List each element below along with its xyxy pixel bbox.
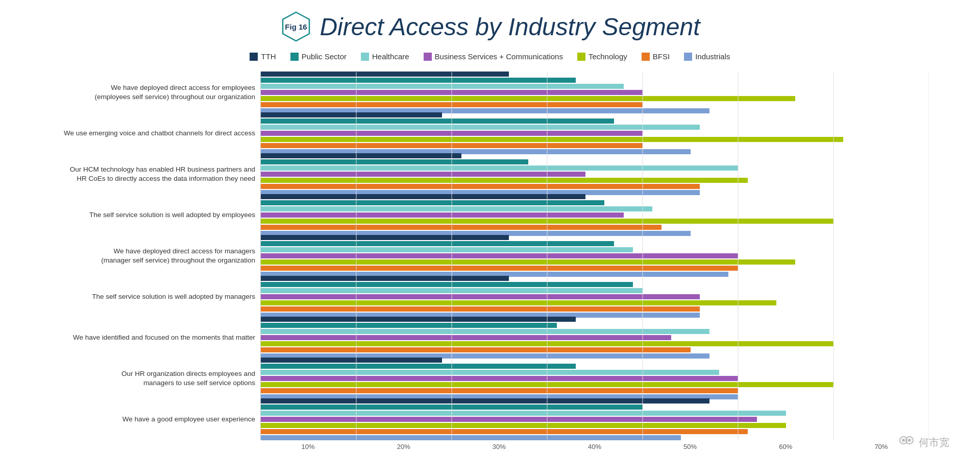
- bar: [261, 131, 643, 136]
- bar-row: [261, 341, 929, 346]
- bar: [261, 335, 671, 340]
- x-tick: 50%: [643, 443, 738, 450]
- bar-group: [261, 399, 929, 440]
- bar: [261, 143, 643, 148]
- legend-label: Business Services + Communications: [435, 52, 563, 61]
- y-label: We have identified and focused on the mo…: [51, 317, 255, 358]
- bar-group: [261, 72, 929, 113]
- bar-row: [261, 294, 929, 299]
- bar-row: [261, 300, 929, 305]
- bar-row: [261, 329, 929, 334]
- bar-row: [261, 317, 929, 322]
- y-label: We have deployed direct access for emplo…: [51, 72, 255, 113]
- legend-item: Business Services + Communications: [424, 52, 563, 61]
- bar: [261, 435, 681, 440]
- chart-area: We have deployed direct access for emplo…: [20, 72, 960, 450]
- bar: [261, 388, 738, 393]
- bar-row: [261, 335, 929, 340]
- bar-row: [261, 306, 929, 312]
- bar: [261, 323, 557, 328]
- bar-row: [261, 253, 929, 258]
- bar-row: [261, 429, 929, 434]
- bar-group: [261, 317, 929, 358]
- bar-row: [261, 212, 929, 218]
- bar: [261, 376, 738, 381]
- bar-group: [261, 358, 929, 399]
- bar: [261, 423, 786, 428]
- bar: [261, 370, 719, 375]
- bar: [261, 411, 786, 416]
- bar-row: [261, 153, 929, 158]
- legend-swatch: [290, 53, 299, 61]
- legend-item: TTH: [250, 52, 276, 61]
- bar: [261, 153, 461, 158]
- bar-row: [261, 112, 929, 117]
- bar-row: [261, 72, 929, 77]
- bar: [261, 90, 643, 95]
- bar: [261, 178, 748, 183]
- bar: [261, 405, 643, 410]
- legend-swatch: [642, 53, 650, 61]
- y-label: We use emerging voice and chatbot channe…: [51, 113, 255, 154]
- bar: [261, 96, 795, 101]
- bar-row: [261, 84, 929, 89]
- y-labels: We have deployed direct access for emplo…: [51, 72, 260, 440]
- svg-point-12: [908, 439, 911, 442]
- bar-group: [261, 154, 929, 195]
- bar: [261, 288, 643, 293]
- bar: [261, 200, 604, 205]
- title-row: Fig 16 Direct Access by Industry Segment: [20, 10, 960, 43]
- bar-row: [261, 435, 929, 440]
- bar: [261, 329, 709, 334]
- bar: [261, 358, 442, 363]
- legend-label: Technology: [589, 52, 627, 61]
- bar-row: [261, 225, 929, 230]
- legend-label: Public Sector: [302, 52, 347, 61]
- bar-row: [261, 423, 929, 428]
- bar: [261, 137, 843, 142]
- bar-row: [261, 388, 929, 393]
- bar-row: [261, 370, 929, 375]
- bar-row: [261, 266, 929, 271]
- bar: [261, 102, 643, 107]
- bar-row: [261, 382, 929, 387]
- legend-item: BFSI: [642, 52, 670, 61]
- x-tick: 20%: [356, 443, 451, 450]
- bar-row: [261, 206, 929, 211]
- bar: [261, 206, 652, 211]
- bar: [261, 235, 509, 240]
- bar-row: [261, 398, 929, 403]
- legend-swatch: [577, 53, 585, 61]
- bar-row: [261, 102, 929, 107]
- bar-group: [261, 235, 929, 276]
- legend-swatch: [361, 53, 369, 61]
- bar-row: [261, 276, 929, 281]
- y-label: Our HR organization directs employees an…: [51, 358, 255, 399]
- bar-row: [261, 288, 929, 293]
- bar-row: [261, 143, 929, 148]
- bar: [261, 194, 585, 199]
- bar: [261, 212, 624, 218]
- bar-row: [261, 241, 929, 246]
- legend-label: TTH: [261, 52, 276, 61]
- bar-row: [261, 235, 929, 240]
- bar: [261, 184, 700, 189]
- fig-badge: Fig 16: [280, 10, 312, 43]
- bar-row: [261, 219, 929, 224]
- bar-row: [261, 364, 929, 369]
- bar: [261, 282, 633, 287]
- bar: [261, 398, 709, 403]
- chart-title: Direct Access by Industry Segment: [320, 13, 700, 41]
- bar: [261, 72, 509, 77]
- bar: [261, 219, 834, 224]
- bar-row: [261, 194, 929, 199]
- bar-row: [261, 125, 929, 130]
- bar-row: [261, 131, 929, 136]
- bar: [261, 429, 748, 434]
- bar-row: [261, 96, 929, 101]
- bar-row: [261, 376, 929, 381]
- bar: [261, 253, 738, 258]
- y-label: The self service solution is well adopte…: [51, 276, 255, 317]
- bar: [261, 225, 662, 230]
- svg-point-11: [902, 439, 905, 442]
